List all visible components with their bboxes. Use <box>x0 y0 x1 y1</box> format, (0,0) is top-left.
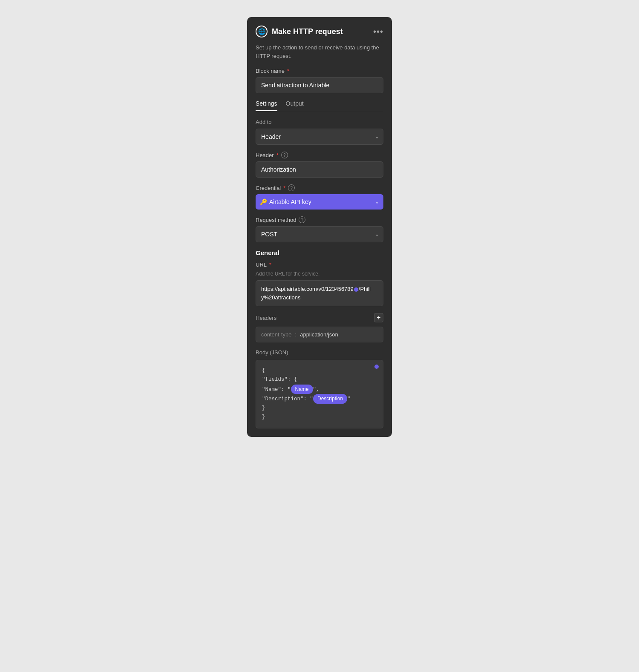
block-name-label: Block name * <box>256 68 383 74</box>
panel-title-group: 🌐 Make HTTP request <box>256 26 343 37</box>
more-menu-icon[interactable]: ••• <box>373 27 383 37</box>
add-to-label: Add to <box>256 119 383 125</box>
body-section: Body (JSON) { "fields": { "Name": "Name"… <box>256 349 383 428</box>
tab-settings[interactable]: Settings <box>256 100 277 111</box>
header-required-star: * <box>276 152 279 158</box>
headers-section: Headers + content-type : application/jso… <box>256 313 383 342</box>
code-line-1: { <box>262 366 377 375</box>
url-input[interactable]: https://api.airtable.com/v0/123456789/Ph… <box>256 280 383 306</box>
headers-title-row: Headers + <box>256 313 383 322</box>
url-dot-icon <box>354 287 358 292</box>
code-name-prefix: "Name": " <box>262 386 291 392</box>
body-label: Body (JSON) <box>256 349 383 356</box>
code-desc-prefix: "Description": " <box>262 396 313 402</box>
required-star: * <box>287 68 289 74</box>
credential-label: Credential * ? <box>256 184 383 191</box>
code-line-5: } <box>262 404 377 413</box>
header-field-label: Header * ? <box>256 152 383 158</box>
add-header-button[interactable]: + <box>374 313 383 322</box>
http-request-panel: 🌐 Make HTTP request ••• Set up the actio… <box>247 17 392 437</box>
globe-icon: 🌐 <box>256 26 268 37</box>
code-line-4: "Description": "Description" <box>262 394 377 404</box>
header-row: content-type : application/json <box>256 327 383 342</box>
code-desc-suffix: " <box>347 396 351 402</box>
code-line-6: } <box>262 413 377 422</box>
header-help-icon[interactable]: ? <box>281 152 288 158</box>
body-dot-icon <box>374 365 379 369</box>
url-label: URL * <box>256 261 383 268</box>
code-line-2: "fields": { <box>262 375 377 384</box>
panel-title: Make HTTP request <box>272 27 343 36</box>
code-line-3: "Name": "Name", <box>262 385 377 394</box>
headers-label: Headers <box>256 315 276 321</box>
block-name-input[interactable]: Send attraction to Airtable <box>256 77 383 93</box>
request-method-label: Request method ? <box>256 216 383 223</box>
header-colon: : <box>295 331 297 338</box>
credential-help-icon[interactable]: ? <box>288 184 295 191</box>
general-heading: General <box>256 249 383 256</box>
url-text-start: https://api.airtable.com/v0/123456789 <box>261 286 354 292</box>
name-chip[interactable]: Name <box>291 385 313 394</box>
request-method-select[interactable]: POST <box>256 226 383 242</box>
description-chip[interactable]: Description <box>313 394 347 403</box>
add-to-select-wrapper: Header ⌄ <box>256 129 383 145</box>
header-key: content-type <box>261 331 292 338</box>
header-value: application/json <box>300 331 338 338</box>
credential-select[interactable]: Airtable API key <box>256 194 383 210</box>
header-field-input[interactable]: Authorization <box>256 161 383 178</box>
credential-required-star: * <box>283 185 285 191</box>
url-required-star: * <box>269 261 271 268</box>
body-json-editor[interactable]: { "fields": { "Name": "Name", "Descripti… <box>256 360 383 428</box>
url-placeholder-text: Add the URL for the service. <box>256 271 383 277</box>
request-method-help-icon[interactable]: ? <box>299 216 305 223</box>
panel-description: Set up the action to send or receive dat… <box>256 43 383 60</box>
credential-select-wrapper: 🔑 Airtable API key ⌄ <box>256 194 383 210</box>
panel-header: 🌐 Make HTTP request ••• <box>256 26 383 37</box>
request-method-select-wrapper: POST ⌄ <box>256 226 383 242</box>
code-name-suffix: ", <box>313 386 320 392</box>
tabs: Settings Output <box>256 100 383 111</box>
add-to-select[interactable]: Header <box>256 129 383 145</box>
tab-output[interactable]: Output <box>286 100 304 111</box>
